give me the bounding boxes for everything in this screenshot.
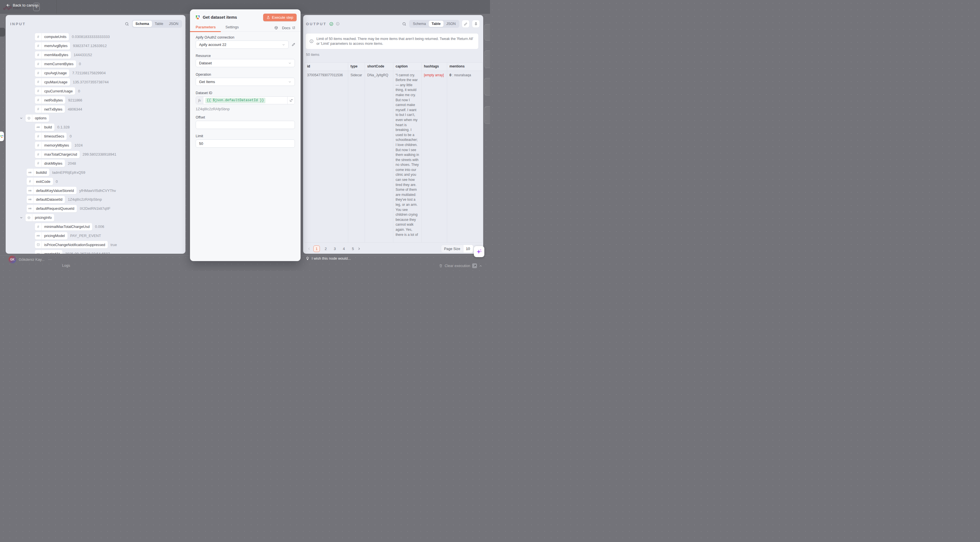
schema-row[interactable]: pricingInfo (6, 213, 185, 222)
column-header-id[interactable]: id (305, 63, 348, 71)
schema-row[interactable]: options (6, 114, 185, 123)
clear-execution-button[interactable]: Clear execution (439, 263, 482, 268)
schema-row[interactable]: #memoryMbytes1024 (6, 141, 185, 150)
schema-key-badge[interactable]: options (25, 114, 49, 122)
input-tab-schema[interactable]: Schema (133, 21, 152, 27)
chevron-right-icon[interactable] (357, 247, 361, 251)
schema-row[interactable]: #netRxBytes9211866 (6, 95, 185, 105)
schema-key-badge[interactable]: ABpricingModel (35, 232, 67, 240)
cube-icon[interactable] (274, 26, 278, 30)
pin-data-button[interactable] (472, 20, 480, 28)
page-size-control[interactable]: Page Size 10 (441, 245, 474, 253)
output-tab-json[interactable]: JSON (444, 21, 458, 27)
input-tab-table[interactable]: Table (152, 21, 166, 27)
schema-row[interactable]: isPriceChangeNotificationSuppressedtrue (6, 240, 185, 249)
page-button-1[interactable]: 1 (313, 245, 320, 252)
chevron-up-icon[interactable] (479, 264, 482, 268)
new-tab-button[interactable]: + (33, 3, 40, 11)
schema-row[interactable]: #cpuCurrentUsage0 (6, 86, 185, 95)
schema-row[interactable]: #maxTotalChargeUsd299.5802338918941 (6, 150, 185, 159)
schema-row[interactable]: ABcreatedAt2025-09-26T15:22:54.6587 (6, 249, 185, 254)
schema-key-badge[interactable]: ABdefaultDatasetId (27, 196, 65, 203)
ai-assistant-button[interactable] (474, 246, 484, 257)
schema-row[interactable]: #memCurrentBytes0 (6, 60, 185, 68)
column-header-caption[interactable]: caption (393, 63, 422, 71)
search-icon[interactable] (125, 22, 129, 26)
schema-key-badge[interactable]: ABbuildId (27, 168, 49, 176)
schema-key-badge[interactable]: ABdefaultRequestQueueId (27, 205, 77, 212)
schema-row[interactable]: ABbuild0.1.328 (6, 123, 185, 132)
page-button-5[interactable]: 5 (350, 245, 356, 252)
user-menu[interactable]: GK Gökdeniz Kay... ⋯ (8, 256, 52, 263)
input-tab-json[interactable]: JSON (166, 21, 181, 27)
schema-key-badge[interactable]: #cpuCurrentUsage (35, 87, 75, 95)
schema-row[interactable]: #cpuAvgUsage7.721168175829904 (6, 68, 185, 78)
schema-row[interactable]: #minimalMaxTotalChargeUsd0.006 (6, 222, 185, 231)
offset-input[interactable] (196, 121, 295, 129)
schema-key-badge[interactable]: #memoryMbytes (35, 142, 72, 149)
search-icon[interactable] (402, 22, 406, 26)
schema-row[interactable]: #memMaxBytes144433152 (6, 51, 185, 60)
column-header-type[interactable]: type (348, 63, 365, 71)
chevron-down-icon[interactable] (19, 116, 23, 120)
schema-key-badge[interactable]: #timeoutSecs (35, 133, 67, 140)
page-size-value[interactable]: 10 (463, 245, 473, 253)
schema-row[interactable]: ABbuildIdIadmEPRtjEpfrxQ59 (6, 168, 185, 177)
resource-select[interactable]: Dataset (196, 59, 295, 67)
tab-parameters[interactable]: Parameters (196, 25, 216, 29)
column-header-hashtags[interactable]: hashtags (422, 63, 447, 71)
schema-row[interactable]: ABdefaultDatasetId1Z4q8Ic2zRAfpSbnp (6, 195, 185, 204)
schema-row[interactable]: #exitCode0 (6, 177, 185, 186)
schema-row[interactable]: ABpricingModelPAY_PER_EVENT (6, 231, 185, 240)
schema-key-badge[interactable]: #netRxBytes (35, 96, 65, 104)
operation-select[interactable]: Get Items (196, 78, 295, 86)
node-feedback-prompt[interactable]: I wish this node would... (306, 256, 351, 261)
page-button-3[interactable]: 3 (331, 245, 338, 252)
schema-row[interactable]: #cpuMaxUsage135.37207355738744 (6, 77, 185, 86)
page-button-2[interactable]: 2 (322, 245, 329, 252)
output-tab-table[interactable]: Table (429, 21, 444, 27)
credential-select[interactable]: Apify account 22 (196, 41, 289, 49)
tab-settings[interactable]: Settings (226, 25, 239, 29)
schema-key-badge[interactable]: #maxTotalChargeUsd (35, 151, 80, 158)
schema-key-badge[interactable]: ABbuild (35, 124, 54, 131)
page-button-4[interactable]: 4 (340, 245, 347, 252)
chevron-down-icon[interactable] (19, 216, 23, 219)
schema-row[interactable]: #memAvgBytes93823747.12633912 (6, 41, 185, 51)
schema-key-badge[interactable]: #exitCode (27, 178, 53, 185)
popout-icon[interactable] (472, 263, 477, 268)
info-circle-icon[interactable] (336, 22, 340, 26)
schema-key-badge[interactable]: #memCurrentBytes (35, 60, 76, 68)
schema-key-badge[interactable]: #netTxBytes (35, 105, 65, 113)
docs-link[interactable]: Docs (282, 26, 296, 30)
column-header-mentions[interactable]: mentions (447, 63, 483, 71)
schema-row[interactable]: #computeUnits0.03081833333333333 (6, 32, 185, 41)
limit-input[interactable]: 50 (196, 140, 295, 148)
schema-key-badge[interactable]: #cpuAvgUsage (35, 70, 69, 77)
schema-key-badge[interactable]: #memMaxBytes (35, 51, 71, 59)
schema-key-badge[interactable]: #computeUnits (35, 33, 69, 41)
schema-key-badge[interactable]: isPriceChangeNotificationSuppressed (35, 241, 108, 248)
schema-row[interactable]: ABdefaultKeyValueStoreIdyfHMawVI5dhCVYTh… (6, 186, 185, 195)
pencil-icon[interactable] (291, 43, 296, 46)
schema-key-badge[interactable]: pricingInfo (25, 214, 54, 221)
expression-open-icon[interactable] (287, 97, 294, 104)
schema-key-badge[interactable]: ABdefaultKeyValueStoreId (27, 187, 76, 194)
schema-key-badge[interactable]: ABcreatedAt (35, 250, 62, 254)
edit-output-button[interactable] (461, 20, 469, 28)
schema-key-badge[interactable]: #cpuMaxUsage (35, 78, 70, 86)
schema-row[interactable]: #timeoutSecs0 (6, 132, 185, 141)
column-header-shortCode[interactable]: shortCode (365, 63, 393, 71)
dataset-id-expression-field[interactable]: fx {{ $json.defaultDatasetId }} (196, 96, 295, 104)
expression-value[interactable]: {{ $json.defaultDatasetId }} (205, 98, 266, 103)
schema-key-badge[interactable]: #diskMbytes (35, 160, 65, 167)
schema-row[interactable]: #netTxBytes4806344 (6, 105, 185, 114)
schema-key-badge[interactable]: #memAvgBytes (35, 42, 70, 49)
execute-step-button[interactable]: Execute step (263, 14, 297, 21)
more-options-icon[interactable]: ⋯ (48, 257, 52, 262)
schema-key-badge[interactable]: #minimalMaxTotalChargeUsd (35, 223, 92, 230)
schema-row[interactable]: ABdefaultRequestQueueIdIX2DetRN1klt7qIIF (6, 204, 185, 213)
schema-row[interactable]: #diskMbytes2048 (6, 159, 185, 168)
output-tab-schema[interactable]: Schema (410, 21, 429, 27)
chevron-left-icon[interactable] (307, 247, 311, 251)
